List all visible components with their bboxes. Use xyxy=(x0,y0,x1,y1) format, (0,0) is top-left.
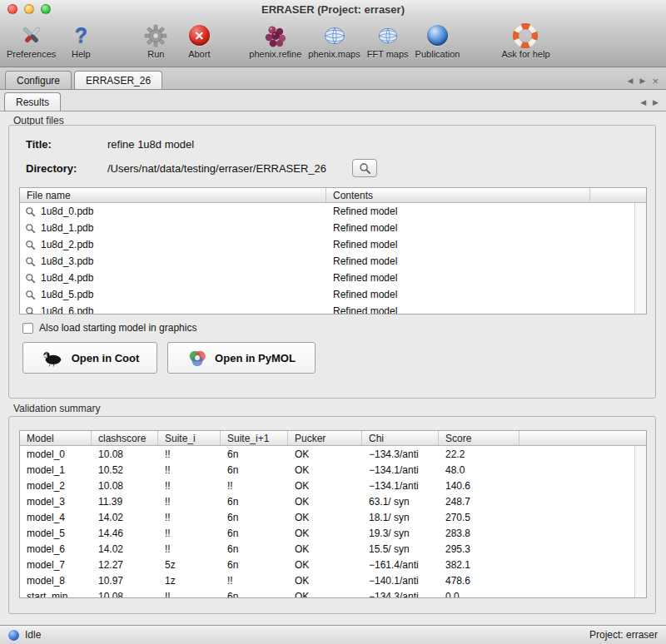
toolbar-item-label: Preferences xyxy=(7,49,56,59)
tab-erraser-26[interactable]: ERRASER_26 xyxy=(74,71,162,89)
score-cell: 382.1 xyxy=(439,559,519,571)
tab-results[interactable]: Results xyxy=(4,92,61,111)
file-row[interactable]: 1u8d_0.pdb Refined model xyxy=(20,203,646,220)
abort-button[interactable]: ✕ Abort xyxy=(181,22,217,59)
clashscore-cell: 10.52 xyxy=(92,464,158,476)
validation-row[interactable]: model_0 10.08 !! 6n OK −134.3/anti 22.2 xyxy=(20,446,646,462)
tab-label: Configure xyxy=(17,75,60,87)
clashscore-cell: 10.08 xyxy=(92,480,158,492)
file-name: 1u8d_6.pdb xyxy=(41,305,93,315)
suite-i1-cell: 6n xyxy=(221,512,288,523)
validation-row[interactable]: model_2 10.08 !! !! OK −134.1/anti 140.6 xyxy=(20,478,646,493)
validation-summary-group-label: Validation summary xyxy=(13,403,100,414)
column-header-clashscore[interactable]: clashscore xyxy=(92,431,158,445)
pucker-cell: OK xyxy=(288,464,362,476)
column-header-suite-i[interactable]: Suite_i xyxy=(158,431,221,445)
tab-label: ERRASER_26 xyxy=(86,75,151,87)
phenix-maps-button[interactable]: phenix.maps xyxy=(308,22,360,59)
pucker-cell: OK xyxy=(288,543,362,555)
column-header-suite-i1[interactable]: Suite_i+1 xyxy=(221,431,288,445)
suite-i1-cell: 6n xyxy=(221,528,288,539)
validation-row[interactable]: model_5 14.46 !! 6n OK 19.3/ syn 283.8 xyxy=(20,525,646,541)
suite-i-cell: !! xyxy=(158,448,221,460)
pucker-cell: OK xyxy=(288,448,362,460)
validation-row[interactable]: model_7 12.27 5z 6n OK −161.4/anti 382.1 xyxy=(20,557,646,572)
clashscore-cell: 14.02 xyxy=(92,543,158,555)
validation-row[interactable]: model_1 10.52 !! 6n OK −134.1/anti 48.0 xyxy=(20,462,646,478)
suite-i1-cell: !! xyxy=(221,575,288,587)
score-cell: 270.5 xyxy=(439,512,519,523)
column-header-score[interactable]: Score xyxy=(439,431,519,445)
column-header-contents[interactable]: Contents xyxy=(326,188,590,202)
suite-i1-cell: !! xyxy=(221,480,288,492)
suite-i1-cell: 6n xyxy=(221,543,288,555)
vertical-scrollbar[interactable] xyxy=(634,203,646,314)
help-button[interactable]: ? Help xyxy=(62,22,99,59)
file-name-cell: 1u8d_0.pdb xyxy=(20,206,326,217)
suite-i-cell: !! xyxy=(158,591,221,599)
file-row[interactable]: 1u8d_4.pdb Refined model xyxy=(20,270,646,286)
column-header-file-name[interactable]: File name xyxy=(20,188,326,202)
map-mesh-icon xyxy=(322,22,347,49)
validation-row[interactable]: start_min 10.08 !! 6n OK −134.3/anti 0.0 xyxy=(20,588,646,598)
toolbar-item-label: phenix.refine xyxy=(249,49,301,59)
validation-row[interactable]: model_3 11.39 !! 6n OK 63.1/ syn 248.7 xyxy=(20,493,646,509)
validation-row[interactable]: model_8 10.97 1z !! OK −140.1/anti 478.6 xyxy=(20,572,646,588)
model-cell: model_5 xyxy=(20,528,92,539)
column-header-chi[interactable]: Chi xyxy=(362,431,439,445)
pucker-cell: OK xyxy=(288,575,362,587)
magnifier-icon xyxy=(25,256,36,267)
clashscore-cell: 12.27 xyxy=(92,559,158,571)
file-row[interactable]: 1u8d_3.pdb Refined model xyxy=(20,253,646,270)
help-icon: ? xyxy=(75,22,87,49)
column-header-model[interactable]: Model xyxy=(20,431,92,445)
ask-for-help-button[interactable]: Ask for help xyxy=(501,22,549,59)
file-row[interactable]: 1u8d_5.pdb Refined model xyxy=(20,286,646,303)
coot-bird-icon xyxy=(41,349,64,367)
close-window-button[interactable] xyxy=(7,4,17,14)
output-files-table-body: 1u8d_0.pdb Refined model 1u8d_1.pdb xyxy=(20,203,646,315)
open-in-pymol-button[interactable]: Open in PyMOL xyxy=(167,342,316,374)
preferences-icon xyxy=(19,22,44,49)
load-starting-model-checkbox[interactable] xyxy=(22,323,33,334)
validation-row[interactable]: model_4 14.02 !! 6n OK 18.1/ syn 270.5 xyxy=(20,509,646,525)
run-button[interactable]: Run xyxy=(137,22,174,59)
clashscore-cell: 14.02 xyxy=(92,512,158,523)
chi-cell: −161.4/anti xyxy=(362,559,439,571)
tab-scroll-left-button[interactable]: ◀ xyxy=(628,77,634,85)
model-cell: model_3 xyxy=(20,496,92,508)
tab-scroll-left-button[interactable]: ◀ xyxy=(640,98,646,107)
zoom-window-button[interactable] xyxy=(41,4,51,14)
main-tab-strip: Configure ERRASER_26 ◀ ▶ × xyxy=(0,67,666,90)
file-row[interactable]: 1u8d_6.pdb Refined model xyxy=(20,303,646,315)
file-row[interactable]: 1u8d_2.pdb Refined model xyxy=(20,236,646,253)
tab-label: Results xyxy=(16,97,49,108)
magnifier-icon xyxy=(25,223,36,234)
window-title: ERRASER (Project: erraser) xyxy=(0,3,666,16)
open-in-coot-button[interactable]: Open in Coot xyxy=(22,342,157,374)
column-header-pucker[interactable]: Pucker xyxy=(288,431,362,445)
magnifier-icon xyxy=(25,306,36,315)
suite-i-cell: !! xyxy=(158,543,221,555)
directory-field-value: /Users/nat/data/testing/erraser/ERRASER_… xyxy=(107,162,326,175)
app-window: ERRASER (Project: erraser) Preferences ?… xyxy=(0,0,666,644)
file-row[interactable]: 1u8d_1.pdb Refined model xyxy=(20,220,646,236)
fft-maps-button[interactable]: FFT maps xyxy=(367,22,409,59)
globe-icon xyxy=(427,22,448,49)
validation-row[interactable]: model_6 14.02 !! 6n OK 15.5/ syn 295.3 xyxy=(20,541,646,557)
preferences-button[interactable]: Preferences xyxy=(7,22,56,59)
publication-button[interactable]: Publication xyxy=(415,22,460,59)
file-contents-cell: Refined model xyxy=(326,289,590,300)
clashscore-cell: 11.39 xyxy=(92,496,158,508)
tab-close-button[interactable]: × xyxy=(652,77,659,85)
minimize-window-button[interactable] xyxy=(24,4,34,14)
window-controls xyxy=(7,4,51,14)
tab-scroll-right-button[interactable]: ▶ xyxy=(639,77,645,85)
tab-scroll-right-button[interactable]: ▶ xyxy=(653,98,659,107)
model-cell: start_min xyxy=(20,591,92,599)
phenix-refine-button[interactable]: phenix.refine xyxy=(249,22,301,59)
magnifier-icon xyxy=(25,290,36,300)
browse-directory-button[interactable] xyxy=(352,159,377,177)
vertical-scrollbar[interactable] xyxy=(634,446,646,597)
tab-configure[interactable]: Configure xyxy=(5,71,72,89)
